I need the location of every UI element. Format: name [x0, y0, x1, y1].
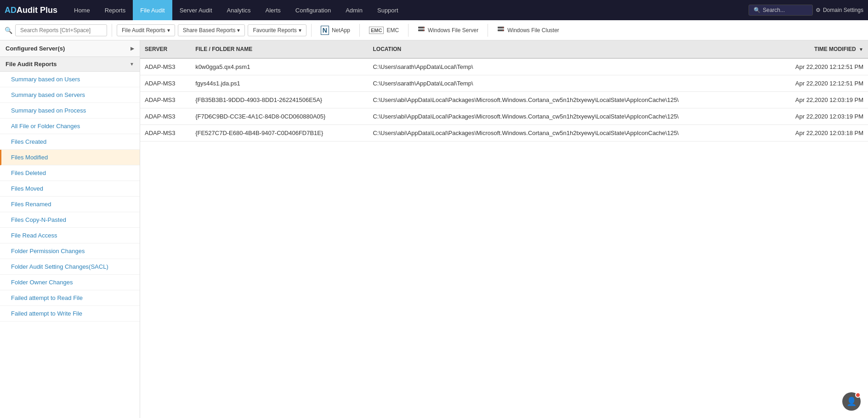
windows-file-server-icon [418, 26, 425, 34]
cell-location-2: C:\Users\abi\AppData\Local\Packages\Micr… [368, 92, 769, 108]
table-row: ADAP-MS3{FE527C7D-E680-4B4B-9407-C0D406F… [140, 125, 868, 141]
sidebar-item-summary-process[interactable]: Summary based on Process [0, 103, 140, 119]
windows-file-server-button[interactable]: Windows File Server [413, 23, 483, 37]
cell-location-1: C:\Users\sarath\AppData\Local\Temp\ [368, 75, 769, 92]
cell-server-4: ADAP-MS3 [140, 125, 191, 141]
nav-support[interactable]: Support [370, 0, 406, 20]
cell-location-0: C:\Users\sarath\AppData\Local\Temp\ [368, 58, 769, 75]
file-audit-reports-dropdown[interactable]: File Audit Reports ▾ [117, 24, 175, 36]
favourite-reports-dropdown[interactable]: Favourite Reports ▾ [248, 24, 306, 36]
cell-server-1: ADAP-MS3 [140, 75, 191, 92]
cell-filename-0[interactable]: k0w0gga5.qx4.psm1 [191, 58, 368, 75]
brand-suffix: Audit Plus [17, 6, 57, 15]
nav-right-area: 🔍 Search... ⚙ Domain Settings [749, 5, 863, 16]
sidebar-item-files-modified[interactable]: Files Modified [0, 150, 140, 165]
nav-server-audit[interactable]: Server Audit [172, 0, 220, 20]
main-layout: Configured Server(s) ▶ File Audit Report… [0, 40, 868, 418]
nav-home[interactable]: Home [67, 0, 97, 20]
windows-file-cluster-icon [497, 26, 505, 34]
nav-file-audit[interactable]: File Audit [133, 0, 172, 20]
toolbar-divider-3 [359, 24, 360, 37]
cell-server-2: ADAP-MS3 [140, 92, 191, 108]
cell-time-4: Apr 22,2020 12:03:18 PM [770, 125, 868, 141]
domain-settings-button[interactable]: ⚙ Domain Settings [816, 7, 863, 13]
avatar-button[interactable]: 👤 [842, 392, 861, 411]
svg-point-7 [503, 30, 504, 31]
th-file-folder-name: FILE / FOLDER NAME [191, 40, 368, 58]
windows-file-cluster-button[interactable]: Windows File Cluster [493, 23, 564, 37]
file-audit-reports-section[interactable]: File Audit Reports ▼ [0, 57, 140, 72]
search-placeholder: Search... [763, 7, 785, 13]
cell-filename-4[interactable]: {FE527C7D-E680-4B4B-9407-C0D406FD7B1E} [191, 125, 368, 141]
windows-file-cluster-label: Windows File Cluster [507, 27, 559, 34]
sidebar-item-file-read-access[interactable]: File Read Access [0, 228, 140, 243]
table-row: ADAP-MS3{FB35B3B1-9DDD-4903-8DD1-2622415… [140, 92, 868, 108]
th-server: SERVER [140, 40, 191, 58]
nav-reports[interactable]: Reports [97, 0, 133, 20]
sidebar-item-all-changes[interactable]: All File or Folder Changes [0, 119, 140, 134]
sidebar-item-folder-permission[interactable]: Folder Permission Changes [0, 243, 140, 259]
file-audit-reports-label: File Audit Reports [122, 27, 165, 34]
svg-point-2 [423, 27, 424, 28]
dropdown-arrow-1: ▾ [167, 27, 170, 34]
dropdown-arrow-2: ▾ [237, 27, 240, 34]
emc-icon: EMC [369, 27, 384, 34]
configured-servers-header[interactable]: Configured Server(s) ▶ [0, 40, 140, 57]
toolbar-divider-1 [112, 24, 112, 37]
netapp-button[interactable]: N NetApp [316, 23, 355, 37]
notification-dot [855, 392, 861, 398]
sidebar-item-files-created[interactable]: Files Created [0, 134, 140, 150]
share-based-reports-label: Share Based Reports [183, 27, 236, 34]
dropdown-arrow-3: ▾ [299, 27, 301, 34]
table-header-row: SERVER FILE / FOLDER NAME LOCATION TIME … [140, 40, 868, 58]
cell-time-2: Apr 22,2020 12:03:19 PM [770, 92, 868, 108]
search-icon-small: 🔍 [5, 27, 12, 34]
th-time-modified[interactable]: TIME MODIFIED ▼ [770, 40, 868, 58]
configured-servers-label: Configured Server(s) [6, 45, 65, 52]
search-reports-input[interactable] [15, 24, 107, 36]
gear-icon: ⚙ [816, 7, 821, 13]
sidebar: Configured Server(s) ▶ File Audit Report… [0, 40, 140, 418]
cell-filename-3[interactable]: {F7D6C9BD-CC3E-4A1C-84D8-0CD060880A05} [191, 108, 368, 125]
table-row: ADAP-MS3k0w0gga5.qx4.psm1C:\Users\sarath… [140, 58, 868, 75]
emc-button[interactable]: EMC EMC [364, 24, 403, 36]
table-row: ADAP-MS3{F7D6C9BD-CC3E-4A1C-84D8-0CD0608… [140, 108, 868, 125]
sidebar-item-folder-audit-sacl[interactable]: Folder Audit Setting Changes(SACL) [0, 259, 140, 275]
brand-prefix: AD [5, 6, 17, 15]
sidebar-item-summary-servers[interactable]: Summary based on Servers [0, 87, 140, 103]
sidebar-item-files-renamed[interactable]: Files Renamed [0, 197, 140, 212]
sidebar-item-files-moved[interactable]: Files Moved [0, 181, 140, 197]
toolbar-divider-5 [488, 24, 488, 37]
sidebar-item-failed-read[interactable]: Failed attempt to Read File [0, 290, 140, 306]
content-area: SERVER FILE / FOLDER NAME LOCATION TIME … [140, 40, 868, 418]
cell-filename-1[interactable]: fgys44s1.jda.ps1 [191, 75, 368, 92]
svg-point-6 [503, 27, 504, 28]
cell-time-0: Apr 22,2020 12:12:51 PM [770, 58, 868, 75]
sidebar-item-summary-users[interactable]: Summary based on Users [0, 72, 140, 87]
cell-location-4: C:\Users\abi\AppData\Local\Packages\Micr… [368, 125, 769, 141]
nav-configuration[interactable]: Configuration [288, 0, 338, 20]
cell-time-1: Apr 22,2020 12:12:51 PM [770, 75, 868, 92]
cell-location-3: C:\Users\abi\AppData\Local\Packages\Micr… [368, 108, 769, 125]
domain-settings-label: Domain Settings [823, 7, 863, 13]
file-audit-reports-section-label: File Audit Reports [6, 61, 57, 68]
share-based-reports-dropdown[interactable]: Share Based Reports ▾ [178, 24, 245, 36]
top-search-box[interactable]: 🔍 Search... [749, 5, 813, 16]
sidebar-item-folder-owner[interactable]: Folder Owner Changes [0, 275, 140, 290]
cell-server-0: ADAP-MS3 [140, 58, 191, 75]
sort-desc-icon: ▼ [859, 47, 863, 52]
toolbar-divider-4 [408, 24, 408, 37]
search-icon: 🔍 [754, 7, 760, 13]
emc-label: EMC [386, 27, 399, 34]
cell-filename-2[interactable]: {FB35B3B1-9DDD-4903-8DD1-262241506E5A} [191, 92, 368, 108]
cell-server-3: ADAP-MS3 [140, 108, 191, 125]
files-modified-table: SERVER FILE / FOLDER NAME LOCATION TIME … [140, 40, 868, 141]
netapp-icon: N [321, 26, 329, 35]
th-location: LOCATION [368, 40, 769, 58]
nav-admin[interactable]: Admin [338, 0, 370, 20]
nav-alerts[interactable]: Alerts [258, 0, 288, 20]
sidebar-item-files-copy-pasted[interactable]: Files Copy-N-Pasted [0, 212, 140, 228]
sidebar-item-failed-write[interactable]: Failed attempt to Write File [0, 306, 140, 322]
sidebar-item-files-deleted[interactable]: Files Deleted [0, 165, 140, 181]
nav-analytics[interactable]: Analytics [220, 0, 258, 20]
